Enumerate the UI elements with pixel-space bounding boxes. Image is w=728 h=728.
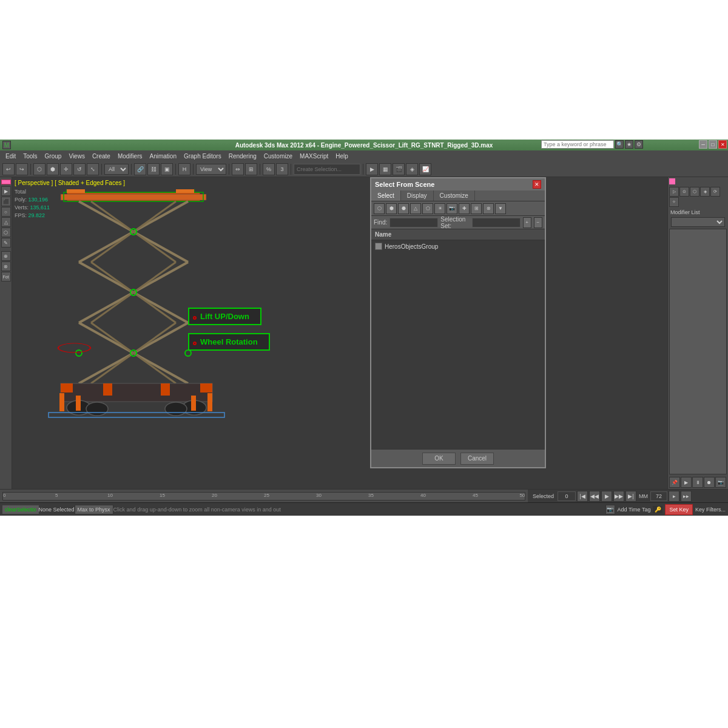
dialog-find-input[interactable] <box>389 218 438 228</box>
unlink-btn[interactable]: ⛓ <box>147 163 160 175</box>
dialog-sel-helper[interactable]: ✚ <box>459 203 470 214</box>
menu-animation[interactable]: Animation <box>146 152 179 161</box>
menu-help[interactable]: Help <box>332 152 351 161</box>
menu-tools[interactable]: Tools <box>20 152 40 161</box>
left-btn-3[interactable]: ○ <box>1 207 11 217</box>
dialog-sel-geo[interactable]: △ <box>410 203 421 214</box>
dialog-cancel-btn[interactable]: Cancel <box>460 453 494 465</box>
rp-btn-5[interactable]: ⟳ <box>710 187 720 197</box>
prev-key-btn[interactable]: ◀◀ <box>589 491 600 502</box>
select-region-btn[interactable]: ⬢ <box>47 163 59 175</box>
set-key-btn[interactable]: Set Key <box>665 504 693 515</box>
rp-record-btn[interactable]: ⏺ <box>704 477 715 488</box>
material-btn[interactable]: ◈ <box>406 163 418 175</box>
rp-pause-btn[interactable]: ⏸ <box>692 477 703 488</box>
menu-graph-editors[interactable]: Graph Editors <box>181 152 224 161</box>
dialog-tab-display[interactable]: Display <box>401 190 434 201</box>
rp-btn-2[interactable]: ⊙ <box>679 187 689 197</box>
settings-btn[interactable]: ⚙ <box>635 140 643 149</box>
dialog-selset-input[interactable] <box>472 218 521 228</box>
menu-create[interactable]: Create <box>89 152 113 161</box>
cam-icon[interactable]: 📷 <box>605 505 615 514</box>
dialog-ok-btn[interactable]: OK <box>422 453 456 465</box>
fav-btn[interactable]: ★ <box>625 140 633 149</box>
key-filters-btn[interactable]: Key Filters... <box>695 507 726 513</box>
maximize-button[interactable]: □ <box>709 140 717 149</box>
redo-btn[interactable]: ↪ <box>16 163 28 175</box>
minimize-button[interactable]: ─ <box>699 140 707 149</box>
dialog-list[interactable]: HerosObjectsGroup <box>371 240 545 449</box>
dialog-tab-select[interactable]: Select <box>371 190 401 201</box>
menu-customize[interactable]: Customize <box>261 152 295 161</box>
timeline-track[interactable]: 0 5 10 15 20 25 30 35 40 45 50 <box>2 492 525 500</box>
rp-btn-4[interactable]: ◈ <box>700 187 710 197</box>
left-btn-6[interactable]: ✎ <box>1 238 11 248</box>
left-btn-7[interactable]: ⊕ <box>1 251 11 261</box>
scale-btn[interactable]: ⤡ <box>87 163 99 175</box>
modifier-list-dropdown[interactable] <box>671 217 725 227</box>
dialog-sel-all[interactable]: ⬡ <box>374 203 385 214</box>
move-btn[interactable]: ✛ <box>60 163 72 175</box>
dialog-sel-bone[interactable]: ⊗ <box>483 203 494 214</box>
left-btn-4[interactable]: △ <box>1 217 11 227</box>
menu-group[interactable]: Group <box>42 152 65 161</box>
dialog-sel-none[interactable]: ⬢ <box>386 203 397 214</box>
rp-btn-3[interactable]: ⬡ <box>690 187 699 197</box>
more-btns-2[interactable]: ▸▸ <box>681 491 692 502</box>
search-btn[interactable]: 🔍 <box>615 140 624 149</box>
rp-btn-1[interactable]: ▷ <box>669 187 679 197</box>
render-btn[interactable]: 🎬 <box>393 163 405 175</box>
link-btn[interactable]: 🔗 <box>134 163 146 175</box>
left-btn-5[interactable]: ⬡ <box>1 228 11 237</box>
menu-rendering[interactable]: Rendering <box>226 152 260 161</box>
max-to-physx-btn[interactable]: Max to Physx <box>75 505 113 514</box>
view-dropdown[interactable]: View <box>196 164 226 175</box>
dialog-selset-btn1[interactable]: + <box>523 217 531 228</box>
dialog-sel-light[interactable]: ☀ <box>434 203 445 214</box>
align-btn[interactable]: ⊞ <box>245 163 257 175</box>
viewport[interactable]: [ Perspective ] [ Shaded + Edged Faces ]… <box>12 177 667 489</box>
create-selection-input[interactable] <box>294 164 360 175</box>
rp-cam-btn[interactable]: 📷 <box>715 477 726 488</box>
lift-label[interactable]: Lift UP/Down <box>188 308 261 325</box>
menu-maxscript[interactable]: MAXScript <box>297 152 331 161</box>
play-btn[interactable]: ▶ <box>601 491 612 502</box>
dialog-sel-space[interactable]: ⊞ <box>471 203 482 214</box>
next-key-btn[interactable]: ▶▶ <box>613 491 624 502</box>
left-btn-8[interactable]: ⊗ <box>1 261 11 271</box>
layers-btn[interactable]: ▦ <box>379 163 391 175</box>
filter-dropdown[interactable]: All <box>104 164 129 175</box>
search-input[interactable] <box>541 140 614 149</box>
prev-frame-btn[interactable]: |◀ <box>577 491 588 502</box>
scene-select-btn[interactable]: H <box>178 163 190 175</box>
dialog-sel-invert[interactable]: ⬣ <box>398 203 409 214</box>
dialog-sel-shape[interactable]: ⬠ <box>422 203 433 214</box>
select-btn[interactable]: ⬡ <box>33 163 46 175</box>
frame-input[interactable] <box>558 491 576 501</box>
menu-modifiers[interactable]: Modifiers <box>115 152 146 161</box>
dialog-list-item-0[interactable]: HerosObjectsGroup <box>372 241 544 251</box>
rotate-btn[interactable]: ↺ <box>73 163 86 175</box>
rp-anim-btn[interactable]: ▶ <box>681 477 692 488</box>
rp-btn-6[interactable]: ✧ <box>669 197 679 207</box>
left-btn-1[interactable]: ▶ <box>1 186 11 196</box>
close-button[interactable]: ✕ <box>718 140 727 149</box>
clear-selection-btn[interactable]: clearSelectio <box>2 505 39 514</box>
dialog-selset-btn2[interactable]: − <box>534 217 542 228</box>
mirror-btn[interactable]: ⇔ <box>232 163 244 175</box>
more-btns-1[interactable]: ▸ <box>669 491 679 502</box>
dialog-tab-customize[interactable]: Customize <box>434 190 475 201</box>
spinner-snap[interactable]: 3 <box>276 163 288 175</box>
named-sel-btn[interactable]: ▶ <box>366 163 378 175</box>
menu-views[interactable]: Views <box>66 152 88 161</box>
rp-pin-btn[interactable]: 📌 <box>669 477 680 488</box>
wheel-label[interactable]: Wheel Rotation <box>188 333 270 351</box>
dialog-close-btn[interactable]: ✕ <box>533 180 541 189</box>
percent-btn[interactable]: % <box>263 163 275 175</box>
left-btn-2[interactable]: ⬛ <box>1 197 11 206</box>
add-time-tag-btn[interactable]: Add Time Tag <box>618 507 651 513</box>
dialog-sel-filter[interactable]: ▼ <box>495 203 506 214</box>
curve-btn[interactable]: 📈 <box>419 163 431 175</box>
menu-edit[interactable]: Edit <box>2 152 19 161</box>
next-frame-btn[interactable]: ▶| <box>625 491 636 502</box>
